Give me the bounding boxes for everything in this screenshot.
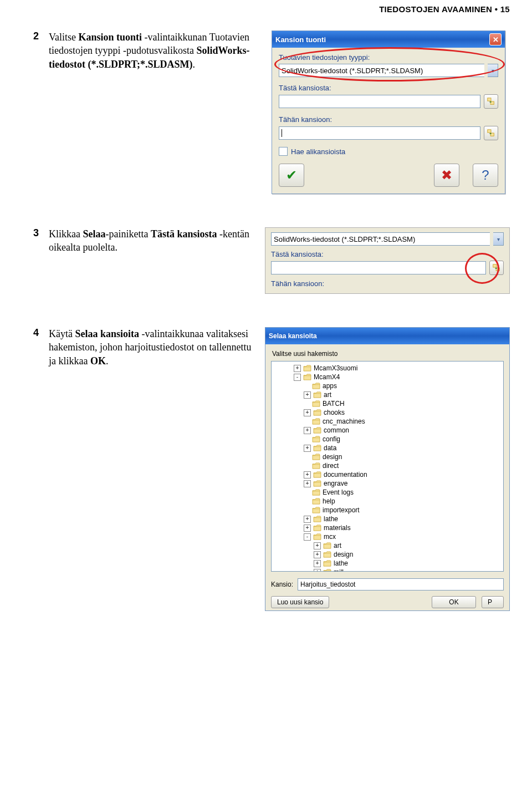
tree-item[interactable]: Event logs: [274, 488, 501, 497]
expand-icon[interactable]: +: [304, 391, 311, 399]
tree-item[interactable]: +lathe: [274, 559, 501, 568]
tree-item[interactable]: config: [274, 435, 501, 444]
tree-item[interactable]: design: [274, 452, 501, 461]
tree-item-label: lathe: [334, 559, 348, 567]
browse-icon: [487, 129, 495, 138]
folder-icon: [312, 507, 320, 514]
tree-item[interactable]: +materials: [274, 523, 501, 532]
tree-item[interactable]: direct: [274, 461, 501, 470]
tree-item[interactable]: importexport: [274, 506, 501, 515]
expand-icon[interactable]: +: [314, 551, 321, 558]
tree-item[interactable]: apps: [274, 381, 501, 390]
tree-item[interactable]: BATCH: [274, 399, 501, 408]
file-type-select[interactable]: SolidWorks-tiedostot (*.SLDPRT;*.SLDASM): [271, 232, 490, 246]
expand-icon[interactable]: +: [314, 560, 321, 567]
folder-icon: [312, 454, 320, 461]
browse-to-button[interactable]: [484, 126, 498, 140]
to-folder-input[interactable]: [279, 126, 480, 140]
dialog-title: Selaa kansioita: [269, 332, 317, 340]
help-button[interactable]: ?: [473, 164, 498, 187]
tree-item[interactable]: +mill: [274, 568, 501, 572]
dialog-subtitle: Valitse uusi hakemisto: [265, 344, 509, 358]
step-number: 2: [33, 30, 47, 42]
folder-icon: [312, 489, 320, 496]
subfolders-label: Hae alikansioista: [291, 147, 345, 156]
tree-item[interactable]: +McamX3suomi: [274, 364, 501, 373]
spacer-icon: [304, 498, 310, 505]
expand-icon[interactable]: +: [314, 569, 321, 572]
tree-item-label: design: [323, 453, 342, 461]
ok-button[interactable]: OK: [432, 596, 476, 608]
tree-item-label: McamX3suomi: [314, 364, 357, 372]
tree-item[interactable]: +lathe: [274, 515, 501, 523]
spacer-icon: [304, 383, 310, 389]
expand-icon[interactable]: +: [304, 471, 311, 479]
label-to-folder: Tähän kansioon:: [271, 279, 504, 288]
tree-item[interactable]: +design: [274, 550, 501, 559]
collapse-icon[interactable]: -: [294, 374, 301, 381]
tree-item[interactable]: cnc_machines: [274, 417, 501, 426]
file-type-select[interactable]: SolidWorks-tiedostot (*.SLDPRT;*.SLDASM): [279, 64, 484, 77]
folder-icon: [312, 400, 320, 408]
tree-item[interactable]: +chooks: [274, 408, 501, 417]
tree-item-label: common: [324, 426, 349, 434]
tree-item[interactable]: +data: [274, 444, 501, 452]
kansio-input[interactable]: Harjoitus_tiedostot: [298, 578, 504, 591]
tree-item-label: BATCH: [323, 400, 345, 408]
expand-icon[interactable]: +: [304, 427, 311, 434]
cancel-button[interactable]: ✖: [434, 164, 459, 187]
folder-icon: [313, 471, 321, 479]
step-3-body: Klikkaa Selaa-painiketta Tästä kansiosta…: [49, 227, 254, 254]
tree-item[interactable]: help: [274, 497, 501, 506]
expand-icon[interactable]: +: [304, 445, 311, 452]
dialog-title: Kansion tuonti: [275, 35, 326, 44]
subfolders-checkbox[interactable]: [279, 147, 288, 156]
step-4-body: Käytä Selaa kansioita -valintaikkunaa va…: [49, 327, 254, 368]
folder-icon: [312, 383, 320, 390]
tree-item[interactable]: +engrave: [274, 479, 501, 488]
ok-button[interactable]: ✔: [279, 164, 304, 187]
chevron-down-icon[interactable]: ▾: [493, 232, 504, 246]
expand-icon[interactable]: +: [304, 409, 311, 416]
step-number: 3: [33, 227, 47, 239]
chevron-down-icon[interactable]: ▾: [488, 64, 498, 77]
browse-from-button[interactable]: [484, 94, 498, 109]
close-button[interactable]: ✕: [489, 33, 502, 45]
tree-item-label: McamX4: [314, 373, 340, 381]
tree-item-label: mill: [334, 568, 344, 572]
tree-item[interactable]: -mcx: [274, 532, 501, 541]
folder-icon: [323, 560, 331, 567]
tree-item[interactable]: +common: [274, 426, 501, 435]
tree-item-label: data: [324, 444, 336, 452]
expand-icon[interactable]: +: [304, 516, 311, 523]
collapse-icon[interactable]: -: [304, 533, 311, 541]
folder-icon: [313, 533, 321, 541]
new-folder-button[interactable]: Luo uusi kansio: [271, 596, 329, 608]
folder-icon: [313, 516, 321, 523]
spacer-icon: [304, 507, 310, 513]
expand-icon[interactable]: +: [294, 365, 301, 372]
spacer-icon: [304, 463, 310, 469]
from-folder-input[interactable]: [271, 261, 486, 274]
tree-item-label: materials: [324, 524, 351, 532]
tree-item[interactable]: -McamX4: [274, 373, 501, 381]
expand-icon[interactable]: +: [304, 480, 311, 487]
label-file-type: Tuotavien tiedostojen tyyppi:: [279, 53, 498, 62]
folder-icon: [312, 418, 320, 425]
tree-item[interactable]: +documentation: [274, 470, 501, 479]
tree-item-label: documentation: [324, 471, 367, 479]
tree-item[interactable]: +art: [274, 390, 501, 399]
from-folder-input[interactable]: [279, 95, 480, 108]
expand-icon[interactable]: +: [314, 542, 321, 549]
browse-from-button[interactable]: [489, 261, 504, 275]
folder-icon: [323, 551, 331, 558]
expand-icon[interactable]: +: [304, 525, 311, 532]
spacer-icon: [304, 490, 310, 496]
cancel-button[interactable]: P: [482, 596, 504, 608]
folder-icon: [303, 374, 311, 381]
tree-item[interactable]: +art: [274, 541, 501, 550]
spacer-icon: [304, 401, 310, 407]
tree-item-label: config: [323, 435, 340, 443]
folder-tree[interactable]: +McamX3suomi-McamX4apps+artBATCH+chooksc…: [271, 361, 504, 572]
folder-icon: [313, 409, 321, 416]
